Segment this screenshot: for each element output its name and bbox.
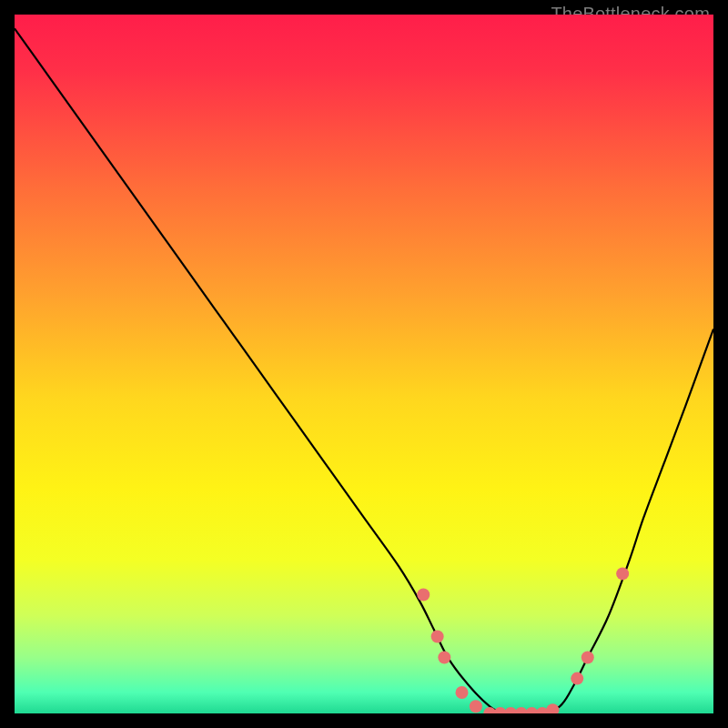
marker-dot	[438, 652, 450, 664]
marker-dot	[571, 672, 583, 685]
plot-area	[15, 15, 713, 713]
bottleneck-chart: TheBottleneck.com	[0, 0, 728, 728]
marker-dot	[456, 686, 469, 699]
marker-dot	[417, 588, 430, 601]
curve-layer	[15, 15, 713, 713]
marker-dot	[581, 652, 594, 664]
marker-dot	[431, 631, 444, 643]
marker-dot	[546, 703, 559, 713]
marker-dot	[616, 567, 629, 580]
bottleneck-curve	[15, 28, 713, 713]
marker-dot	[470, 700, 482, 713]
